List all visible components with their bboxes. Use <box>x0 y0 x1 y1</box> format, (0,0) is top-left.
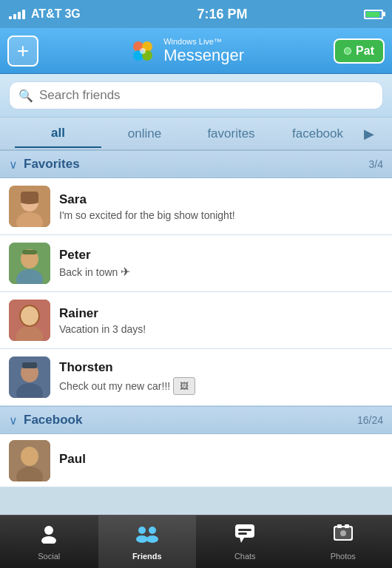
svg-point-39 <box>340 530 346 536</box>
contact-status: Vacation in 3 days! <box>59 323 383 335</box>
plane-icon: ✈ <box>121 265 130 279</box>
avatar <box>9 300 50 341</box>
contact-name: Thorsten <box>59 360 383 375</box>
contact-name: Paul <box>59 452 383 467</box>
filter-tabs: all online favorites facebook ▶ <box>0 118 392 150</box>
sara-avatar-img <box>9 186 50 227</box>
list-item[interactable]: Sara I'm so excited for the big show ton… <box>0 178 392 235</box>
avatar <box>9 243 50 284</box>
logo-text: Windows Live™ Messenger <box>163 37 244 65</box>
wlm-logo-icon <box>128 36 158 66</box>
logo-bottom-text: Messenger <box>163 46 244 65</box>
profile-label: Pat <box>356 44 374 58</box>
svg-rect-13 <box>22 250 37 254</box>
svg-point-4 <box>140 48 146 54</box>
nav-chats-label: Chats <box>234 552 256 561</box>
rainer-avatar-img <box>9 300 50 341</box>
presence-dot <box>344 47 351 55</box>
facebook-count: 16/24 <box>357 414 383 426</box>
tab-online[interactable]: online <box>101 121 188 147</box>
contact-info: Rainer Vacation in 3 days! <box>59 306 383 335</box>
time-label: 7:16 PM <box>197 7 247 22</box>
social-icon <box>38 523 59 549</box>
favorites-count: 3/4 <box>369 158 383 170</box>
nav-chats[interactable]: Chats <box>196 515 294 568</box>
svg-rect-37 <box>337 524 342 528</box>
svg-rect-21 <box>22 362 37 368</box>
contact-info: Sara I'm so excited for the big show ton… <box>59 192 383 221</box>
logo-area: Windows Live™ Messenger <box>128 36 244 66</box>
svg-marker-32 <box>240 538 244 543</box>
photo-badge: 🖼 <box>173 377 195 395</box>
peter-avatar-img <box>9 243 50 284</box>
svg-point-23 <box>21 447 38 466</box>
nav-social[interactable]: Social <box>0 515 98 568</box>
favorites-title: Favorites <box>24 157 369 172</box>
list-item[interactable]: Peter Back in town ✈ <box>0 235 392 292</box>
contact-info: Thorsten Check out my new car!!! 🖼 <box>59 360 383 395</box>
app-header: + Windows Live™ Messenger Pat <box>0 28 392 74</box>
status-bar: AT&T 3G 7:16 PM <box>0 0 392 28</box>
list-item[interactable]: Thorsten Check out my new car!!! 🖼 <box>0 349 392 406</box>
svg-point-29 <box>149 527 156 534</box>
contact-status: I'm so excited for the big show tonight! <box>59 209 383 221</box>
facebook-title: Facebook <box>24 413 357 427</box>
battery-icon <box>364 10 383 19</box>
bottom-nav: Social Friends Chats <box>0 515 392 568</box>
contact-name: Peter <box>59 248 383 263</box>
avatar <box>9 186 50 227</box>
signal-bars <box>9 10 25 19</box>
list-item[interactable]: Rainer Vacation in 3 days! <box>0 292 392 349</box>
facebook-chevron-icon: ∨ <box>9 413 18 427</box>
favorites-section-header[interactable]: ∨ Favorites 3/4 <box>0 150 392 178</box>
svg-point-28 <box>136 535 148 543</box>
avatar <box>9 356 50 398</box>
svg-rect-38 <box>345 524 349 528</box>
svg-point-15 <box>21 306 38 325</box>
content-scroll: ∨ Favorites 3/4 Sara I'm so excited for … <box>0 150 392 515</box>
photos-icon <box>332 523 354 549</box>
nav-social-label: Social <box>38 552 60 561</box>
svg-rect-33 <box>238 529 251 531</box>
paul-avatar-img <box>9 440 50 481</box>
thorsten-avatar-img <box>9 356 50 398</box>
svg-point-25 <box>44 526 53 535</box>
contact-info: Peter Back in town ✈ <box>59 248 383 279</box>
tab-favorites[interactable]: favorites <box>188 121 274 147</box>
svg-rect-34 <box>238 532 247 535</box>
list-item[interactable]: Paul <box>0 434 392 487</box>
contact-status: Back in town ✈ <box>59 265 383 279</box>
nav-friends-label: Friends <box>132 552 162 561</box>
logo-top-text: Windows Live™ <box>163 37 244 46</box>
facebook-section-header[interactable]: ∨ Facebook 16/24 <box>0 406 392 434</box>
favorites-chevron-icon: ∨ <box>9 158 18 172</box>
contact-name: Rainer <box>59 306 383 321</box>
avatar <box>9 440 50 481</box>
more-tabs-button[interactable]: ▶ <box>361 120 377 148</box>
contact-name: Sara <box>59 192 383 207</box>
search-input[interactable] <box>39 88 374 103</box>
status-left: AT&T 3G <box>9 7 81 21</box>
contact-info: Paul <box>59 452 383 469</box>
nav-friends[interactable]: Friends <box>98 515 197 568</box>
add-button[interactable]: + <box>7 36 38 67</box>
friends-icon <box>135 523 160 549</box>
svg-point-30 <box>146 535 158 543</box>
nav-photos[interactable]: Photos <box>294 515 393 568</box>
contact-status: Check out my new car!!! 🖼 <box>59 377 383 395</box>
chats-icon <box>234 523 256 549</box>
search-icon: 🔍 <box>18 89 33 103</box>
search-wrap: 🔍 <box>9 81 383 109</box>
tab-all[interactable]: all <box>15 120 101 148</box>
carrier-label: AT&T <box>31 7 61 21</box>
network-label: 3G <box>64 7 80 21</box>
profile-button[interactable]: Pat <box>334 38 385 64</box>
tab-facebook[interactable]: facebook <box>274 121 361 147</box>
search-bar: 🔍 <box>0 74 392 118</box>
svg-point-9 <box>21 200 38 204</box>
svg-point-26 <box>41 536 56 544</box>
svg-point-27 <box>138 527 146 534</box>
nav-photos-label: Photos <box>331 552 356 561</box>
